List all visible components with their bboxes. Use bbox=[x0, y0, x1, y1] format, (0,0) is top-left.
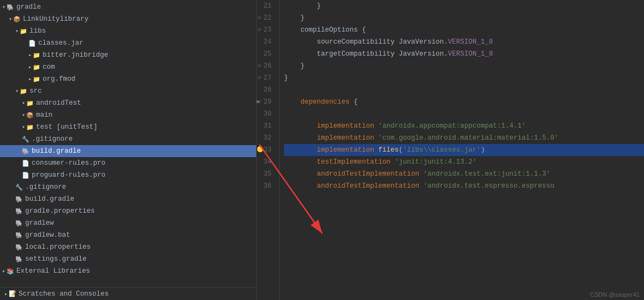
tree-label: External Libraries bbox=[16, 267, 90, 275]
scratches-label: Scratches and Consoles bbox=[19, 290, 109, 298]
code-line-32: implementation 'com.google.android.mater… bbox=[284, 132, 644, 144]
line-number-36: 36 bbox=[257, 180, 275, 192]
chevron-down-icon bbox=[22, 111, 26, 119]
folder-icon: 📁 bbox=[20, 28, 27, 35]
line-number-35: 35 bbox=[257, 168, 275, 180]
tree-item-gitignore-root[interactable]: 🔧 .gitignore bbox=[0, 181, 256, 193]
gitignore-icon: 🔧 bbox=[15, 184, 23, 191]
tree-item-com[interactable]: 📁 com bbox=[0, 61, 256, 73]
tree-item-build-gradle-root[interactable]: 🐘 build.gradle bbox=[0, 193, 256, 205]
folder-icon: 📁 bbox=[26, 124, 34, 131]
tree-item-src[interactable]: 📁 src bbox=[0, 85, 256, 97]
tree-item-bitter-jnibridge[interactable]: 📁 bitter.jnibridge bbox=[0, 49, 256, 61]
line-number-33: 🟡 33 bbox=[257, 144, 275, 156]
editor-wrapper: 21 ⊟ 22 ⊟ 23 24 25 ⊟ 26 bbox=[257, 0, 644, 300]
run-arrow-icon[interactable]: ▶ bbox=[257, 96, 260, 108]
chevron-down-icon bbox=[2, 3, 7, 11]
tree-label: classes.jar bbox=[38, 39, 84, 47]
tree-item-external-libraries[interactable]: 📚 External Libraries bbox=[0, 265, 256, 277]
tree-label: settings.gradle bbox=[25, 255, 87, 263]
chevron-right-icon bbox=[28, 51, 33, 59]
code-display-area[interactable]: } } compileOptions { sourceCompatibility… bbox=[280, 0, 644, 300]
code-line-30 bbox=[284, 108, 644, 120]
tree-label: local.properties bbox=[25, 243, 91, 251]
code-editor: 21 ⊟ 22 ⊟ 23 24 25 ⊟ 26 bbox=[257, 0, 644, 300]
settings-gradle-icon: 🐘 bbox=[15, 256, 23, 263]
code-line-24: sourceCompatibility JavaVersion.VERSION_… bbox=[284, 36, 644, 48]
code-line-34: testImplementation 'junit:junit:4.13.2' bbox=[284, 156, 644, 168]
chevron-down-icon bbox=[22, 123, 26, 131]
project-tree: 🐘 gradle 📦 LinkUnitylibrary 📁 libs 📄 cla… bbox=[0, 0, 256, 287]
folder-icon: 📁 bbox=[33, 76, 40, 83]
code-line-27: } bbox=[284, 72, 644, 84]
gradlew-icon: 🐘 bbox=[15, 220, 23, 227]
watermark-text: CSDN @ssuper41 bbox=[590, 291, 640, 298]
tree-label: main bbox=[36, 111, 52, 119]
code-line-23: compileOptions { bbox=[284, 24, 644, 36]
tree-label: test [unitTest] bbox=[36, 123, 98, 131]
tree-item-gradlew-bat[interactable]: 🐘 gradlew.bat bbox=[0, 229, 256, 241]
tree-label: com bbox=[43, 63, 55, 71]
scratches-icon: 📝 bbox=[9, 290, 16, 297]
line-number-26: ⊟ 26 bbox=[257, 60, 275, 72]
tree-item-linkunitylibrary[interactable]: 📦 LinkUnitylibrary bbox=[0, 13, 256, 25]
tree-item-main[interactable]: 📦 main bbox=[0, 109, 256, 121]
tree-item-local-properties[interactable]: 🐘 local.properties bbox=[0, 241, 256, 253]
tree-item-consumer-rules[interactable]: 📄 consumer-rules.pro bbox=[0, 157, 256, 169]
tree-label: proguard-rules.pro bbox=[32, 171, 105, 179]
gradle-props-icon: 🐘 bbox=[15, 208, 23, 215]
tree-label: gradlew.bat bbox=[25, 231, 70, 239]
tree-item-gradle[interactable]: 🐘 gradle bbox=[0, 1, 256, 13]
tree-item-build-gradle-selected[interactable]: 🐘 build.gradle bbox=[0, 145, 256, 157]
line-number-28: 28 bbox=[257, 84, 275, 96]
tree-item-classes-jar[interactable]: 📄 classes.jar bbox=[0, 37, 256, 49]
ext-libs-icon: 📚 bbox=[7, 268, 14, 275]
tree-item-gradlew[interactable]: 🐘 gradlew bbox=[0, 217, 256, 229]
gradle-file-icon: 🐘 bbox=[22, 148, 29, 155]
tree-label: libs bbox=[29, 27, 46, 35]
breakpoint-icon[interactable]: 🟡 bbox=[257, 144, 263, 156]
file-tree-sidebar: 🐘 gradle 📦 LinkUnitylibrary 📁 libs 📄 cla… bbox=[0, 0, 257, 300]
fold-icon: ⊟ bbox=[258, 12, 261, 24]
tree-label: build.gradle bbox=[25, 195, 74, 203]
chevron-right-icon bbox=[28, 75, 33, 83]
line-number-34: 34 bbox=[257, 156, 275, 168]
tree-item-test[interactable]: 📁 test [unitTest] bbox=[0, 121, 256, 133]
tree-label: bitter.jnibridge bbox=[43, 51, 108, 59]
line-number-31: 31 bbox=[257, 120, 275, 132]
code-line-28 bbox=[284, 84, 644, 96]
code-line-36: androidTestImplementation 'androidx.test… bbox=[284, 180, 644, 192]
chevron-right-icon bbox=[4, 290, 9, 298]
tree-label: gradlew bbox=[25, 219, 54, 227]
tree-item-proguard-rules[interactable]: 📄 proguard-rules.pro bbox=[0, 169, 256, 181]
module-icon: 📦 bbox=[26, 112, 34, 119]
line-number-30: 30 bbox=[257, 108, 275, 120]
code-line-22: } bbox=[284, 12, 644, 24]
jar-icon: 📄 bbox=[28, 40, 36, 47]
tree-item-settings-gradle[interactable]: 🐘 settings.gradle bbox=[0, 253, 256, 265]
tree-item-gradle-properties[interactable]: 🐘 gradle.properties bbox=[0, 205, 256, 217]
folder-icon: 📁 bbox=[33, 52, 40, 59]
gradlew-bat-icon: 🐘 bbox=[15, 232, 23, 239]
tree-item-androidtest[interactable]: 📁 androidTest bbox=[0, 97, 256, 109]
tree-item-gitignore-inner[interactable]: 🔧 .gitignore bbox=[0, 133, 256, 145]
tree-item-libs[interactable]: 📁 libs bbox=[0, 25, 256, 37]
scratches-consoles-bar[interactable]: 📝 Scratches and Consoles bbox=[0, 287, 256, 300]
code-line-31: implementation 'androidx.appcompat:appco… bbox=[284, 120, 644, 132]
line-number-23: ⊟ 23 bbox=[257, 24, 275, 36]
tree-label: build.gradle bbox=[32, 147, 81, 155]
tree-label: org.fmod bbox=[43, 75, 75, 83]
fold-icon: ⊟ bbox=[258, 60, 261, 72]
editor-content: 21 ⊟ 22 ⊟ 23 24 25 ⊟ 26 bbox=[257, 0, 644, 300]
folder-icon: 📁 bbox=[33, 64, 40, 71]
chevron-right-icon bbox=[2, 267, 7, 275]
chevron-down-icon bbox=[15, 27, 20, 35]
file-icon: 📄 bbox=[22, 172, 29, 179]
tree-label: androidTest bbox=[36, 99, 81, 107]
local-props-icon: 🐘 bbox=[15, 244, 23, 251]
tree-label: .gitignore bbox=[25, 183, 66, 191]
code-line-35: androidTestImplementation 'androidx.test… bbox=[284, 168, 644, 180]
tree-label: LinkUnitylibrary bbox=[23, 15, 88, 23]
tree-item-org-fmod[interactable]: 📁 org.fmod bbox=[0, 73, 256, 85]
line-number-22: ⊟ 22 bbox=[257, 12, 275, 24]
